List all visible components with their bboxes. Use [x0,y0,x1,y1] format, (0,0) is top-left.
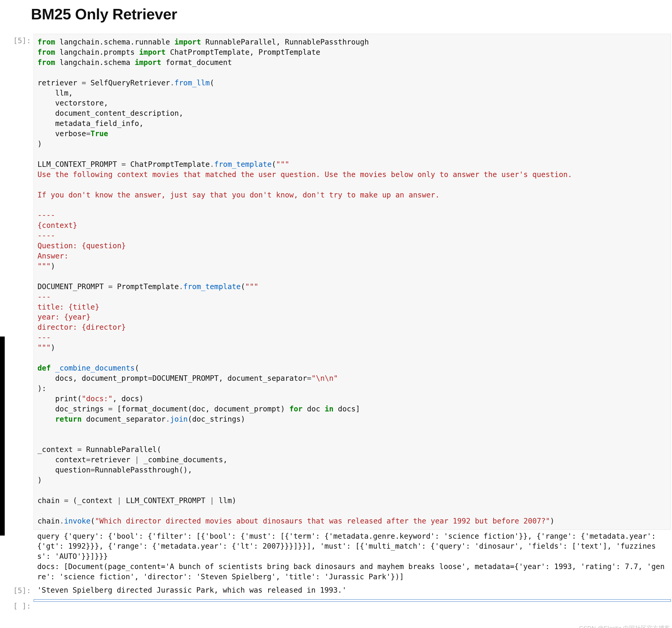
txt: ] [356,405,360,413]
result-area: 'Steven Spielberg directed Jurassic Park… [33,584,671,597]
output-prompt: [5]: [0,584,33,595]
kw-def: def [38,364,51,372]
txt: retriever [38,79,82,87]
def-name: _combine_documents [51,364,135,372]
op: = [108,405,113,413]
op: = [121,160,126,169]
code-block[interactable]: from langchain.schema.runnable import Ru… [38,37,667,526]
txt: context [38,455,86,464]
str: """ --- title: {title} year: {year} dire… [38,282,258,352]
txt: ( [90,517,95,525]
txt: ( [271,160,276,169]
txt: RunnableParallel( [82,445,161,454]
kw-from: from [38,48,55,56]
call: from_llm [174,79,210,87]
txt: ) [51,262,55,271]
txt: doc [303,405,325,413]
kw-import: import [135,58,161,67]
op: = [64,496,68,505]
call: from_template [183,282,241,291]
op: . [210,160,214,169]
str: "\n\n" [311,374,338,383]
op: = [307,374,311,383]
txt: LLM_CONTEXT_PROMPT [38,160,121,169]
kw-from: from [38,38,55,46]
txt: llm) [214,496,236,505]
txt: verbose [38,129,86,138]
code-area[interactable]: from langchain.schema.runnable import Ru… [33,34,671,530]
txt: RunnableParallel, RunnablePassthrough [201,38,369,46]
op: | [135,455,139,464]
stdout-query: query {'query': {'bool': {'filter': [{'b… [37,532,660,561]
txt: ) [38,476,42,484]
txt: ( [135,364,139,372]
txt: SelfQueryRetriever [86,79,170,87]
empty-code-input[interactable] [33,599,671,602]
output-cell-5: [5]: 'Steven Spielberg directed Jurassic… [0,584,672,597]
txt: langchain.schema.runnable [55,38,174,46]
kw-import: import [174,38,201,46]
op: . [166,415,170,424]
stdout-text: query {'query': {'bool': {'filter': [{'b… [37,531,667,582]
op: . [179,282,183,291]
op: . [170,79,174,87]
txt: RunnablePassthrough(), [95,466,192,474]
txt: llm, [38,89,73,97]
stdout-cell: query {'query': {'bool': {'filter': [{'b… [0,530,672,584]
txt: ): [38,384,46,393]
txt: doc_strings [38,405,108,413]
txt: chain [38,517,59,525]
op: . [59,517,64,525]
heading-wrap: BM25 Only Retriever [31,5,672,23]
txt: vectorstore, [38,99,108,107]
kw-for: for [289,405,303,413]
txt: retriever [90,455,135,464]
txt: ChatPromptTemplate, PromptTemplate [166,48,320,56]
kw-import: import [139,48,166,56]
txt: langchain.schema [55,58,135,67]
input-prompt-next: [ ]: [0,599,33,610]
call: from_template [214,160,271,169]
txt: print( [38,394,82,403]
input-cell-5: [5]: from langchain.schema.runnable impo… [0,34,672,530]
txt: document_content_description, [38,109,183,118]
txt: ) [38,140,42,148]
kw-return: return [55,415,81,424]
kw-in: in [325,405,334,413]
op: = [90,466,95,474]
str: """ [276,160,289,169]
txt: ) [550,517,555,525]
op: = [82,79,86,87]
str: Use the following context movies that ma… [38,170,572,271]
txt: _combine_documents, [139,455,227,464]
op: = [86,455,90,464]
kw-from: from [38,58,55,67]
op: | [210,496,214,505]
str: "docs:" [82,394,113,403]
txt: LLM_CONTEXT_PROMPT [121,496,210,505]
stdout-docs: docs: [Document(page_content='A bunch of… [37,562,665,581]
txt: docs [333,405,355,413]
stdout-area: query {'query': {'bool': {'filter': [{'b… [33,530,671,584]
txt: (_context [68,496,117,505]
op: = [148,374,152,383]
next-input-cell: [ ]: [0,599,672,610]
txt: PromptTemplate [113,282,179,291]
section-heading: BM25 Only Retriever [31,5,672,23]
txt: document_separator [82,415,166,424]
txt: ) [51,343,55,352]
txt: DOCUMENT_PROMPT, document_separator [152,374,307,383]
txt: ( [241,282,245,291]
txt: ( [210,79,214,87]
const: True [90,129,108,138]
op: = [77,445,82,454]
empty-prompt [0,530,33,532]
txt: _context [38,445,77,454]
txt: ChatPromptTemplate [126,160,210,169]
txt: docs, document_prompt [38,374,148,383]
str: "Which director directed movies about di… [95,517,550,525]
txt: (doc_strings) [188,415,245,424]
txt: format_document [161,58,232,67]
txt: metadata_field_info, [38,119,144,128]
txt: chain [38,496,64,505]
